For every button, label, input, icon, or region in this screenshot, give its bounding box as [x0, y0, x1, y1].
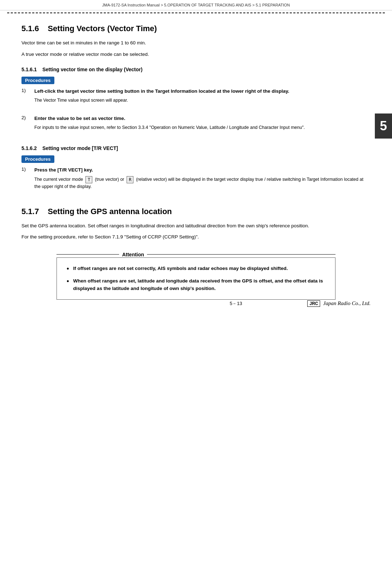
section-5162: 5.1.6.2 Setting vector mode [T/R VECT] P…: [21, 145, 371, 196]
key-R: R: [127, 176, 133, 184]
breadcrumb: JMA-9172-SA Instruction Manual > 5.OPERA…: [102, 3, 290, 7]
attention-line-right: [147, 254, 336, 255]
section-5161-title: 5.1.6.1 Setting vector time on the displ…: [21, 67, 371, 72]
step-content: Left-click the target vector time settin…: [34, 88, 371, 110]
jrc-label: JRC: [307, 300, 320, 307]
step-number: 1): [21, 166, 34, 172]
step-5161-1: 1) Left-click the target vector time set…: [21, 88, 371, 110]
attention-box-wrapper: Attention • If offset ranges are not set…: [21, 252, 371, 300]
section-516-body1: Vector time can be set in minutes in the…: [21, 39, 371, 47]
key-T: T: [85, 176, 92, 184]
procedures-badge-5162: Procedures: [21, 155, 54, 163]
section-517-body1: Set the GPS antenna location. Set offset…: [21, 222, 371, 230]
section-517-body2: For the setting procedure, refer to Sect…: [21, 233, 371, 241]
step-desc: For inputs to the value input screen, re…: [34, 125, 305, 130]
attention-box: • If offset ranges are not set correctly…: [57, 257, 336, 300]
page-footer: 5－13 JRC Japan Radio Co., Ltd.: [0, 300, 392, 307]
company-name: Japan Radio Co., Ltd.: [323, 300, 371, 306]
page-header: JMA-9172-SA Instruction Manual > 5.OPERA…: [0, 0, 392, 10]
attention-header-line: Attention: [57, 252, 336, 257]
step-desc-block: The current vector mode T (true vector) …: [34, 176, 371, 190]
section-516-body2: A true vector mode or relative vector mo…: [21, 50, 371, 58]
attention-line-left: [57, 254, 119, 255]
section-5162-title: 5.1.6.2 Setting vector mode [T/R VECT]: [21, 145, 371, 151]
step-bold-text: Left-click the target vector time settin…: [34, 88, 371, 95]
step-desc: The current vector mode T (true vector) …: [34, 177, 363, 189]
step-content: Press the [T/R VECT] key. The current ve…: [34, 166, 371, 196]
step-number: 1): [21, 88, 34, 93]
section-5161: 5.1.6.1 Setting vector time on the displ…: [21, 67, 371, 137]
step-desc-block: For inputs to the value input screen, re…: [34, 124, 371, 131]
attention-item-1: • If offset ranges are not set correctly…: [67, 265, 325, 273]
steps-5161: 1) Left-click the target vector time set…: [21, 88, 371, 137]
section-516: 5.1.6 Setting Vectors (Vector Time) Vect…: [21, 24, 371, 58]
step-5161-2: 2) Enter the value to be set as vector t…: [21, 115, 371, 137]
page-content: 5 5.1.6 Setting Vectors (Vector Time) Ve…: [0, 13, 392, 314]
attention-label: Attention: [122, 252, 144, 257]
section-517: 5.1.7 Setting the GPS antenna location S…: [21, 207, 371, 241]
procedures-badge-5161: Procedures: [21, 77, 54, 84]
step-desc: The Vector Time value input screen will …: [34, 98, 128, 103]
section-516-title: 5.1.6 Setting Vectors (Vector Time): [21, 24, 371, 33]
step-desc-block: The Vector Time value input screen will …: [34, 97, 371, 104]
attention-text-2: When offset ranges are set, latitude and…: [73, 277, 325, 292]
attention-item-2: • When offset ranges are set, latitude a…: [67, 277, 325, 292]
step-content: Enter the value to be set as vector time…: [34, 115, 371, 137]
bullet-dot: •: [67, 265, 73, 273]
step-number: 2): [21, 115, 34, 120]
footer-logo: JRC Japan Radio Co., Ltd.: [307, 300, 371, 307]
attention-text-1: If offset ranges are not set correctly, …: [73, 265, 288, 272]
section-517-title: 5.1.7 Setting the GPS antenna location: [21, 207, 371, 216]
step-bold-text: Enter the value to be set as vector time…: [34, 115, 371, 122]
steps-5162: 1) Press the [T/R VECT] key. The current…: [21, 166, 371, 196]
step-5162-1: 1) Press the [T/R VECT] key. The current…: [21, 166, 371, 196]
chapter-tab: 5: [375, 113, 392, 139]
bullet-dot: •: [67, 277, 73, 285]
step-bold-text: Press the [T/R VECT] key.: [34, 166, 371, 174]
page-number: 5－13: [165, 300, 308, 307]
